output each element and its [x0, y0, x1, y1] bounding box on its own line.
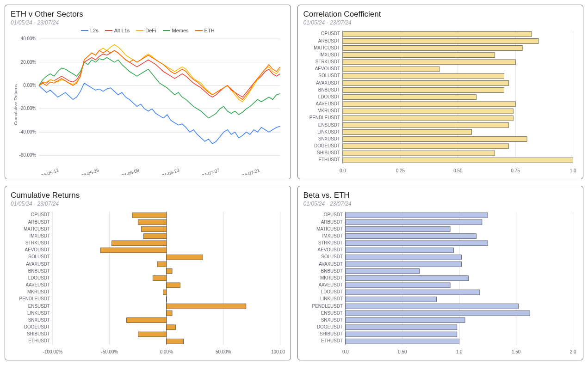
- panel-correlation: Correlation Coefficient 01/05/24 - 23/07…: [297, 5, 584, 179]
- series-line: [39, 83, 280, 144]
- svg-text:STRKUSDT: STRKUSDT: [25, 240, 50, 245]
- svg-text:0.75: 0.75: [511, 168, 520, 173]
- bar: [342, 109, 513, 114]
- svg-text:LINKUSDT: LINKUSDT: [320, 296, 343, 301]
- svg-text:AAVEUSDT: AAVEUSDT: [316, 101, 340, 106]
- svg-text:ARBUSDT: ARBUSDT: [321, 219, 342, 224]
- svg-text:1.50: 1.50: [512, 349, 521, 354]
- svg-text:20.00%: 20.00%: [21, 60, 37, 65]
- bar: [345, 269, 419, 274]
- bar: [342, 88, 503, 93]
- chart-legend: L2sAlt L1sDeFiMemesETH: [11, 28, 285, 33]
- bar: [163, 290, 166, 295]
- bar: [345, 255, 461, 260]
- panel-subtitle: 01/05/24 - 23/07/24: [11, 19, 285, 26]
- legend-item: Memes: [163, 28, 189, 33]
- svg-text:0.00%: 0.00%: [23, 83, 36, 88]
- svg-text:ENSUSDT: ENSUSDT: [28, 303, 50, 308]
- bar: [345, 339, 459, 344]
- svg-text:PENDLEUSDT: PENDLEUSDT: [309, 115, 340, 120]
- svg-text:LINKUSDT: LINKUSDT: [27, 310, 50, 316]
- svg-text:1.0: 1.0: [569, 168, 576, 173]
- svg-text:ENSUSDT: ENSUSDT: [321, 310, 342, 316]
- bar: [345, 290, 479, 295]
- svg-text:SOLUSDT: SOLUSDT: [28, 254, 50, 259]
- bar: [167, 269, 172, 274]
- svg-text:SNXUSDT: SNXUSDT: [318, 136, 340, 141]
- legend-label: ETH: [204, 28, 215, 33]
- bar: [342, 60, 515, 65]
- bar: [342, 95, 476, 100]
- bar: [112, 241, 167, 246]
- legend-label: Alt L1s: [114, 28, 130, 33]
- svg-text:SHIBUSDT: SHIBUSDT: [317, 150, 340, 155]
- legend-label: Memes: [172, 28, 189, 33]
- svg-text:PENDLEUSDT: PENDLEUSDT: [312, 303, 342, 308]
- panel-subtitle: 01/05/24 - 23/07/24: [303, 19, 578, 26]
- bar: [342, 38, 538, 43]
- bar: [342, 80, 508, 85]
- bar: [342, 158, 573, 163]
- bar-chart-area: 0.00.250.500.751.0OPUSDTARBUSDTMATICUSDT…: [303, 28, 578, 175]
- svg-text:2024-07-21: 2024-07-21: [237, 167, 261, 175]
- svg-text:MKRUSDT: MKRUSDT: [320, 275, 343, 280]
- bar: [345, 297, 436, 302]
- legend-swatch: [105, 30, 112, 31]
- dashboard-grid: ETH v Other Sectors 01/05/24 - 23/07/24 …: [5, 5, 583, 360]
- svg-text:-40.00%: -40.00%: [19, 129, 37, 134]
- bar: [142, 227, 167, 232]
- bar-chart-area: 0.00.501.01.502.0OPUSDTARBUSDTMATICUSDTI…: [303, 209, 578, 356]
- bar: [345, 227, 450, 232]
- bar: [342, 73, 503, 79]
- bar: [342, 102, 515, 107]
- svg-text:OPUSDT: OPUSDT: [321, 31, 340, 36]
- svg-text:IMXUSDT: IMXUSDT: [30, 233, 50, 238]
- svg-text:-20.00%: -20.00%: [19, 106, 37, 111]
- svg-text:SHIBUSDT: SHIBUSDT: [320, 331, 343, 336]
- legend-item: L2s: [81, 28, 99, 33]
- svg-text:BNBUSDT: BNBUSDT: [318, 87, 340, 92]
- svg-text:BNBUSDT: BNBUSDT: [321, 268, 342, 274]
- panel-title: Cumulative Returns: [11, 191, 285, 200]
- bar: [167, 311, 172, 316]
- bar: [345, 276, 468, 281]
- svg-text:2024-05-12: 2024-05-12: [36, 167, 60, 175]
- svg-text:MATICUSDT: MATICUSDT: [316, 226, 343, 231]
- bar: [345, 241, 487, 246]
- svg-text:-50.00%: -50.00%: [101, 349, 118, 354]
- legend-label: L2s: [90, 28, 99, 33]
- svg-text:STRKUSDT: STRKUSDT: [318, 240, 342, 245]
- svg-text:LDOUSDT: LDOUSDT: [28, 275, 50, 280]
- line-chart-area: -60.00%-40.00%-20.00%0.00%20.00%40.00%Cu…: [11, 34, 285, 175]
- bar: [345, 248, 453, 253]
- svg-text:AEVOUSDT: AEVOUSDT: [315, 66, 340, 71]
- svg-text:ETHUSDT: ETHUSDT: [318, 157, 340, 162]
- svg-text:ETHUSDT: ETHUSDT: [321, 338, 343, 343]
- svg-text:DOGEUSDT: DOGEUSDT: [314, 143, 340, 148]
- svg-text:AEVOUSDT: AEVOUSDT: [25, 247, 50, 252]
- series-line: [39, 45, 280, 102]
- svg-text:AVAXUSDT: AVAXUSDT: [26, 261, 50, 266]
- svg-text:-100.00%: -100.00%: [43, 349, 62, 354]
- panel-subtitle: 01/05/24 - 23/07/24: [11, 201, 285, 207]
- bar: [345, 283, 450, 288]
- bar: [345, 234, 476, 239]
- svg-text:ENSUSDT: ENSUSDT: [318, 122, 340, 127]
- bar: [345, 318, 464, 323]
- bar: [345, 332, 457, 337]
- legend-swatch: [195, 30, 203, 31]
- bar: [167, 325, 176, 330]
- svg-text:AEVOUSDT: AEVOUSDT: [317, 247, 342, 252]
- svg-text:LDOUSDT: LDOUSDT: [321, 289, 342, 294]
- panel-title: ETH v Other Sectors: [11, 10, 285, 19]
- legend-swatch: [136, 30, 143, 31]
- svg-text:0.0: 0.0: [342, 349, 348, 354]
- panel-title: Beta vs. ETH: [303, 191, 578, 200]
- svg-text:AAVEUSDT: AAVEUSDT: [25, 282, 50, 287]
- svg-text:2024-06-09: 2024-06-09: [116, 167, 140, 175]
- bar: [138, 219, 166, 225]
- panel-cum-returns: Cumulative Returns 01/05/24 - 23/07/24 -…: [5, 186, 291, 360]
- bar: [342, 130, 471, 135]
- svg-text:-60.00%: -60.00%: [19, 152, 37, 158]
- svg-text:AVAXUSDT: AVAXUSDT: [319, 261, 343, 266]
